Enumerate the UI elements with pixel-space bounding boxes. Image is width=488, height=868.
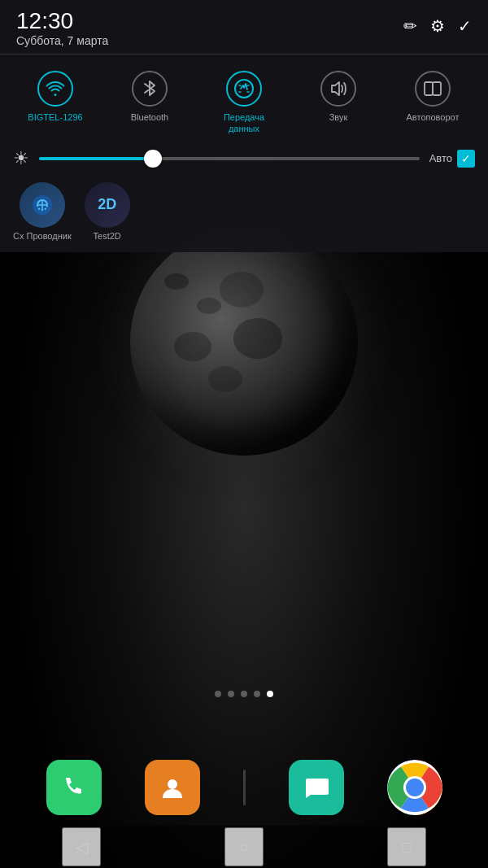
moon-image [130, 228, 358, 456]
status-left: 12:30 Суббота, 7 марта [16, 10, 108, 47]
svg-point-9 [406, 779, 424, 796]
toggle-data[interactable]: Передачаданных [211, 71, 277, 135]
brightness-slider[interactable] [39, 157, 420, 160]
toggle-rotate[interactable]: Автоповорот [400, 71, 465, 135]
auto-checkbox[interactable]: ✓ [457, 150, 475, 168]
app-row: Сх Проводник 2D Test2D [0, 176, 488, 244]
svg-point-6 [168, 779, 177, 789]
quick-toggles: BIGTEL-1296 Bluetooth Передачаданных [0, 64, 488, 142]
settings-icon[interactable]: ⚙ [430, 16, 445, 36]
status-date: Суббота, 7 марта [16, 34, 108, 47]
dock-messages[interactable] [289, 760, 344, 815]
home-button[interactable]: ○ [224, 827, 264, 866]
status-bar: 12:30 Суббота, 7 марта ✏ ⚙ ✓ [0, 0, 488, 54]
recents-button[interactable]: □ [387, 827, 426, 866]
dock-separator [243, 770, 246, 805]
status-time: 12:30 [16, 10, 108, 33]
svg-rect-2 [433, 82, 441, 95]
collapse-icon[interactable]: ✓ [458, 16, 472, 36]
sound-icon [320, 71, 356, 107]
svg-rect-1 [425, 82, 433, 95]
brightness-thumb [144, 150, 162, 168]
rotate-icon [415, 71, 451, 107]
brightness-fill [39, 157, 153, 160]
explorer-icon [20, 182, 65, 228]
dock-phone[interactable] [46, 760, 102, 815]
bluetooth-label: Bluetooth [131, 111, 168, 123]
brightness-icon: ☀ [13, 148, 29, 169]
dot-2 [228, 691, 234, 697]
rotate-label: Автоповорот [407, 111, 460, 123]
wifi-icon [37, 71, 73, 107]
test2d-label: Test2D [94, 231, 121, 241]
dot-3 [241, 691, 247, 697]
explorer-label: Сх Проводник [13, 231, 72, 241]
test2d-icon: 2D [85, 182, 130, 228]
page-dots [0, 683, 488, 705]
bluetooth-icon [132, 71, 168, 107]
auto-label: Авто [429, 152, 452, 164]
toggle-bluetooth[interactable]: Bluetooth [117, 71, 182, 135]
app-item-explorer[interactable]: Сх Проводник [13, 182, 72, 241]
toggle-wifi[interactable]: BIGTEL-1296 [23, 71, 88, 135]
brightness-row: ☀ Авто ✓ [0, 142, 488, 176]
edit-icon[interactable]: ✏ [403, 16, 417, 36]
toggle-sound[interactable]: Звук [306, 71, 371, 135]
back-button[interactable]: ◁ [62, 827, 101, 866]
dot-1 [215, 691, 221, 697]
panel-divider [0, 54, 488, 55]
wifi-label: BIGTEL-1296 [28, 111, 82, 123]
dot-5 [267, 691, 273, 697]
data-icon [226, 71, 262, 107]
dock [0, 752, 488, 823]
brightness-auto: Авто ✓ [429, 150, 475, 168]
data-label: Передачаданных [224, 111, 264, 135]
svg-point-0 [235, 80, 253, 98]
notification-panel: 12:30 Суббота, 7 марта ✏ ⚙ ✓ BIGTEL-1296 [0, 0, 488, 252]
dock-chrome[interactable] [387, 760, 442, 815]
dot-4 [254, 691, 260, 697]
sound-label: Звук [329, 111, 348, 123]
dock-contacts[interactable] [145, 760, 200, 815]
nav-bar: ◁ ○ □ [0, 826, 488, 868]
app-item-test2d[interactable]: 2D Test2D [85, 182, 130, 241]
status-icons: ✏ ⚙ ✓ [403, 16, 472, 36]
